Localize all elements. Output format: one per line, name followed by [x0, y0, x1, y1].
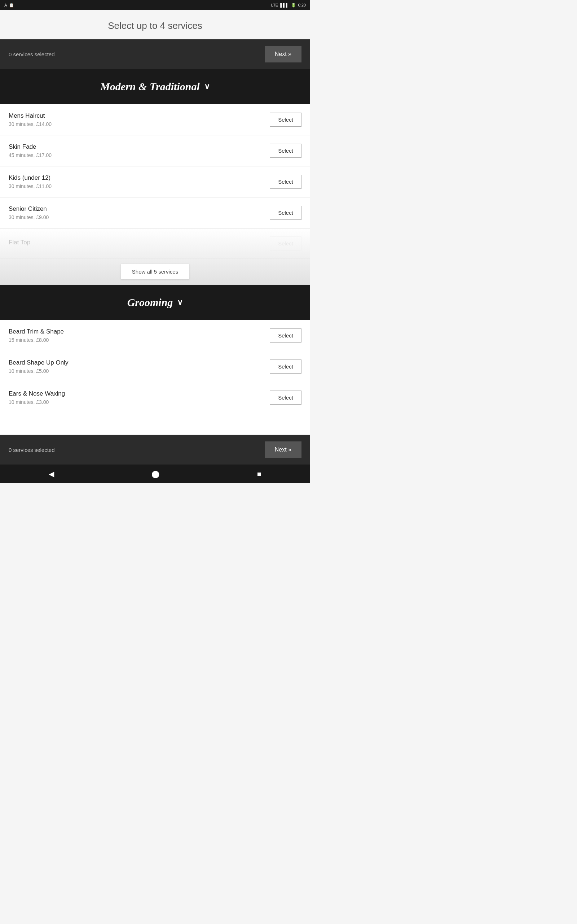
status-right: LTE ▌▌▌ 🔋 6:20: [271, 3, 306, 8]
modern-section-header[interactable]: Modern & Traditional ∨: [0, 69, 310, 104]
bottom-bar: 0 services selected Next »: [0, 435, 310, 465]
service-item-senior: Senior Citizen 30 minutes, £9.00 Select: [0, 197, 310, 228]
service-info-kids: Kids (under 12) 30 minutes, £11.00: [9, 174, 52, 189]
service-item-flat-top: Flat Top Select: [0, 228, 310, 259]
show-all-wrapper: Show all 5 services: [0, 259, 310, 284]
service-name-senior: Senior Citizen: [9, 205, 49, 213]
modern-chevron-icon: ∨: [204, 82, 210, 91]
service-meta-skin-fade: 45 minutes, £17.00: [9, 152, 52, 158]
bottom-services-count: 0 services selected: [9, 447, 55, 453]
service-item-beard-trim: Beard Trim & Shape 15 minutes, £8.00 Sel…: [0, 320, 310, 351]
service-name-kids: Kids (under 12): [9, 174, 52, 181]
select-button-skin-fade[interactable]: Select: [270, 144, 301, 158]
status-icon-clipboard: 📋: [9, 3, 14, 8]
service-meta-kids: 30 minutes, £11.00: [9, 183, 52, 189]
service-meta-beard-shape: 10 minutes, £5.00: [9, 368, 68, 374]
nav-bar: ◀ ⬤ ■: [0, 465, 310, 483]
service-name-flat-top: Flat Top: [9, 239, 30, 246]
show-all-button[interactable]: Show all 5 services: [121, 264, 189, 279]
signal-icon: ▌▌▌: [280, 3, 288, 7]
service-meta-mens-haircut: 30 minutes, £14.00: [9, 121, 52, 127]
service-item-placeholder: [0, 413, 310, 435]
top-bar: 0 services selected Next »: [0, 39, 310, 69]
service-name-ears-waxing: Ears & Nose Waxing: [9, 390, 65, 397]
select-button-senior[interactable]: Select: [270, 206, 301, 220]
service-item-skin-fade: Skin Fade 45 minutes, £17.00 Select: [0, 135, 310, 166]
service-info-senior: Senior Citizen 30 minutes, £9.00: [9, 205, 49, 220]
select-button-mens-haircut[interactable]: Select: [270, 113, 301, 127]
grooming-section-header[interactable]: Grooming ∨: [0, 285, 310, 320]
modern-section-title: Modern & Traditional: [100, 81, 200, 93]
select-button-beard-trim[interactable]: Select: [270, 328, 301, 342]
service-name-beard-trim: Beard Trim & Shape: [9, 328, 64, 335]
service-info-beard-shape: Beard Shape Up Only 10 minutes, £5.00: [9, 359, 68, 374]
square-icon[interactable]: ■: [257, 470, 261, 478]
status-icon-a: A: [4, 3, 7, 7]
select-button-beard-shape[interactable]: Select: [270, 360, 301, 373]
grooming-section-title: Grooming: [127, 296, 173, 309]
select-button-ears-waxing[interactable]: Select: [270, 391, 301, 405]
battery-icon: 🔋: [291, 3, 296, 8]
service-info-ears-waxing: Ears & Nose Waxing 10 minutes, £3.00: [9, 390, 65, 405]
status-left: A 📋: [4, 3, 14, 8]
select-button-flat-top: Select: [270, 236, 301, 250]
home-icon[interactable]: ⬤: [152, 470, 160, 478]
back-icon[interactable]: ◀: [49, 470, 54, 478]
service-name-skin-fade: Skin Fade: [9, 143, 52, 150]
top-next-button[interactable]: Next »: [265, 46, 301, 63]
top-services-count: 0 services selected: [9, 51, 55, 57]
service-item-ears-waxing: Ears & Nose Waxing 10 minutes, £3.00 Sel…: [0, 382, 310, 413]
select-button-kids[interactable]: Select: [270, 175, 301, 189]
service-item-beard-shape: Beard Shape Up Only 10 minutes, £5.00 Se…: [0, 351, 310, 382]
service-meta-ears-waxing: 10 minutes, £3.00: [9, 399, 65, 405]
lte-icon: LTE: [271, 3, 278, 7]
service-info-flat-top: Flat Top: [9, 239, 30, 248]
service-info-mens-haircut: Mens Haircut 30 minutes, £14.00: [9, 112, 52, 127]
service-info-skin-fade: Skin Fade 45 minutes, £17.00: [9, 143, 52, 158]
show-all-container: Flat Top Select Show all 5 services: [0, 228, 310, 285]
service-meta-senior: 30 minutes, £9.00: [9, 215, 49, 220]
service-meta-beard-trim: 15 minutes, £8.00: [9, 337, 64, 343]
service-name-mens-haircut: Mens Haircut: [9, 112, 52, 120]
status-bar: A 📋 LTE ▌▌▌ 🔋 6:20: [0, 0, 310, 10]
bottom-next-button[interactable]: Next »: [265, 441, 301, 458]
grooming-chevron-icon: ∨: [177, 298, 183, 307]
service-info-beard-trim: Beard Trim & Shape 15 minutes, £8.00: [9, 328, 64, 343]
service-item-mens-haircut: Mens Haircut 30 minutes, £14.00 Select: [0, 104, 310, 135]
service-name-beard-shape: Beard Shape Up Only: [9, 359, 68, 366]
service-item-kids: Kids (under 12) 30 minutes, £11.00 Selec…: [0, 166, 310, 197]
page-title: Select up to 4 services: [0, 10, 310, 39]
clock: 6:20: [298, 3, 306, 7]
